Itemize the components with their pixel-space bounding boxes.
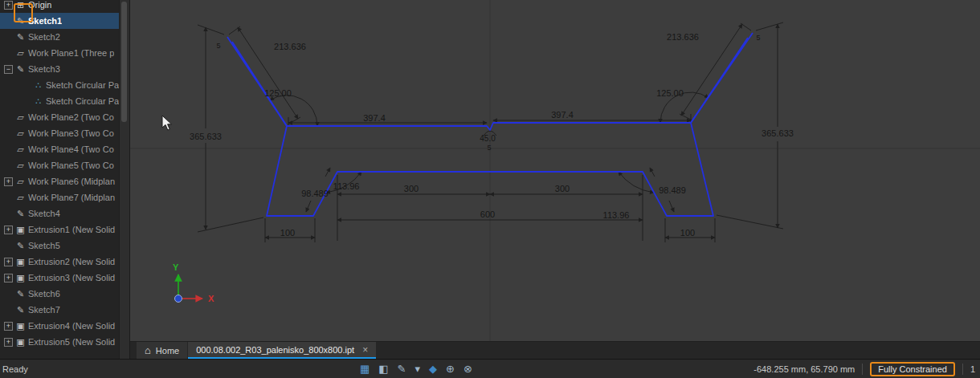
workplane-icon: ▱ <box>15 161 26 171</box>
tree-item[interactable]: ✎Sketch4 <box>0 205 120 222</box>
status-icon-group: ▦◧✎▾◆⊕⊗ <box>360 360 472 378</box>
tree-item[interactable]: ✎Sketch7 <box>0 302 120 318</box>
tree-item[interactable]: −✎Sketch3 <box>0 61 120 77</box>
tree-item-label: Sketch5 <box>28 241 60 250</box>
dimension-label[interactable]: 213.636 <box>274 42 306 51</box>
tree-item-label: Work Plane3 (Two Co <box>28 128 114 138</box>
workplane-icon: ▱ <box>15 193 26 203</box>
tree-item-label: Extrusion4 (New Solid <box>28 321 115 331</box>
tree-item[interactable]: ▱Work Plane3 (Two Co <box>0 125 120 141</box>
pan-icon[interactable]: ⊗ <box>463 364 472 374</box>
tree-item-label: Work Plane4 (Two Co <box>28 144 114 154</box>
sketch-icon: ✎ <box>15 305 26 315</box>
tree-item[interactable]: ∴Sketch Circular Pa <box>0 77 120 93</box>
tree-item[interactable]: +▣Extrusion3 (New Solid <box>0 270 120 286</box>
sketch-icon: ✎ <box>15 241 26 251</box>
dimension-label[interactable]: 365.633 <box>762 128 794 138</box>
dimension-label[interactable]: 100 <box>280 228 295 238</box>
tree-expander[interactable]: − <box>4 65 13 74</box>
dimension-label[interactable]: 113.96 <box>603 210 630 220</box>
pattern-icon: ∴ <box>33 80 43 91</box>
model-browser-panel: +⊞Origin✎Sketch1✎Sketch2▱Work Plane1 (Th… <box>0 0 130 359</box>
tree-item[interactable]: +▱Work Plane6 (Midplan <box>0 173 120 189</box>
cursor-coordinates: -648.255 mm, 65.790 mm <box>753 364 855 374</box>
close-icon[interactable]: × <box>362 344 368 356</box>
status-ready-text: Ready <box>2 364 28 374</box>
status-bar: Ready ▦◧✎▾◆⊕⊗ -648.255 mm, 65.790 mm Ful… <box>0 359 980 378</box>
tree-item[interactable]: +▣Extrusion2 (New Solid <box>0 254 120 270</box>
dimension-label[interactable]: 397.4 <box>363 113 386 123</box>
canvas-crosshair <box>130 0 980 341</box>
tree-expander[interactable]: + <box>4 322 13 331</box>
tree-item-label: Extrusion1 (New Solid <box>28 225 115 234</box>
tree-item[interactable]: ∴Sketch Circular Pa <box>0 93 120 109</box>
dimension-label[interactable]: 45.0 <box>480 134 496 143</box>
tab-document[interactable]: 000.08.002_R03_palenisko_800x800.ipt × <box>188 342 376 359</box>
workplane-icon: ▱ <box>15 48 26 59</box>
dimension-label[interactable]: 125.00 <box>656 88 684 98</box>
dimension-label[interactable]: 300 <box>404 184 419 193</box>
extrusion-icon: ▣ <box>15 337 26 348</box>
status-divider <box>862 364 863 375</box>
sketch-snap-icon[interactable]: ✎ <box>398 364 406 374</box>
tree-expander[interactable]: + <box>4 1 13 10</box>
tree-item-label: Origin <box>28 0 51 10</box>
dimension-label[interactable]: 98.489 <box>301 189 329 198</box>
tree-item[interactable]: +▣Extrusion5 (New Solid <box>0 334 120 350</box>
tree-item[interactable]: ✎Sketch2 <box>0 29 120 45</box>
extrusion-icon: ▣ <box>15 273 26 283</box>
tree-item[interactable]: +▣Extrusion1 (New Solid <box>0 222 120 238</box>
move-icon[interactable]: ⊕ <box>446 364 455 374</box>
browser-scrollbar[interactable] <box>119 0 129 359</box>
tree-item[interactable]: ▱Work Plane4 (Two Co <box>0 141 120 157</box>
dimension-label[interactable]: 100 <box>680 228 695 238</box>
tree-item-label: Sketch Circular Pa <box>46 96 119 106</box>
status-divider <box>962 364 963 375</box>
workplane-icon: ▱ <box>15 144 26 155</box>
dimension-label[interactable]: 397.4 <box>551 110 574 120</box>
tree-item[interactable]: ▱Work Plane5 (Two Co <box>0 157 120 173</box>
select-filter-icon[interactable]: ◧ <box>378 364 388 374</box>
tree-item-label: Work Plane7 (Midplan <box>28 193 115 202</box>
tree-expander[interactable]: + <box>4 338 13 347</box>
dimension-label[interactable]: 5 <box>756 34 760 42</box>
browser-scrollbar-thumb[interactable] <box>121 2 127 122</box>
tree-item[interactable]: ✎Sketch5 <box>0 238 120 254</box>
tree-item[interactable]: ▱Work Plane2 (Two Co <box>0 109 120 125</box>
dimension-label[interactable]: 113.96 <box>333 181 360 191</box>
tree-item[interactable]: ✎Sketch6 <box>0 286 120 302</box>
extrusion-icon: ▣ <box>15 225 26 235</box>
dimension-label[interactable]: 5 <box>487 144 491 152</box>
snap-dropdown-icon[interactable]: ▾ <box>415 364 421 374</box>
dimension-label[interactable]: 5 <box>216 42 220 50</box>
sketch-icon: ✎ <box>15 209 26 219</box>
application-window: +⊞Origin✎Sketch1✎Sketch2▱Work Plane1 (Th… <box>0 0 980 378</box>
dimension-label[interactable]: 300 <box>555 184 570 193</box>
tab-home[interactable]: ⌂ Home <box>137 342 187 359</box>
sketch-drawing[interactable]: 213.636213.636125.00125.00397.4397.4365.… <box>130 0 980 341</box>
tree-expander[interactable]: + <box>4 258 13 266</box>
tree-item-label: Sketch1 <box>28 16 62 26</box>
dimension-label[interactable]: 213.636 <box>667 32 699 42</box>
tree-item-label: Sketch Circular Pa <box>46 80 119 90</box>
workplane-icon: ▱ <box>15 177 26 187</box>
tree-expander[interactable]: + <box>4 274 13 282</box>
appearance-icon[interactable]: ◆ <box>429 364 437 374</box>
dimension-label[interactable]: 365.633 <box>190 132 222 141</box>
sketch-icon: ✎ <box>15 64 26 75</box>
tree-expander[interactable]: + <box>4 226 13 234</box>
tree-item[interactable]: ▱Work Plane7 (Midplan <box>0 189 120 205</box>
tree-expander[interactable]: + <box>4 177 13 186</box>
tree-item[interactable]: ▱Work Plane1 (Three p <box>0 45 120 61</box>
tree-item-label: Sketch4 <box>28 209 60 218</box>
tree-item[interactable]: ✎Sketch1 <box>0 13 120 29</box>
tree-item-label: Sketch3 <box>28 64 60 74</box>
tree-item[interactable]: +⊞Origin <box>0 0 120 13</box>
home-icon: ⌂ <box>145 344 151 356</box>
dimension-label[interactable]: 125.00 <box>264 88 292 98</box>
selection-grid-icon[interactable]: ▦ <box>360 364 370 374</box>
tree-item[interactable]: +▣Extrusion4 (New Solid <box>0 318 120 334</box>
dimension-label[interactable]: 600 <box>480 209 495 219</box>
dimension-label[interactable]: 98.489 <box>659 185 686 195</box>
sketch-canvas[interactable]: 213.636213.636125.00125.00397.4397.4365.… <box>130 0 980 341</box>
